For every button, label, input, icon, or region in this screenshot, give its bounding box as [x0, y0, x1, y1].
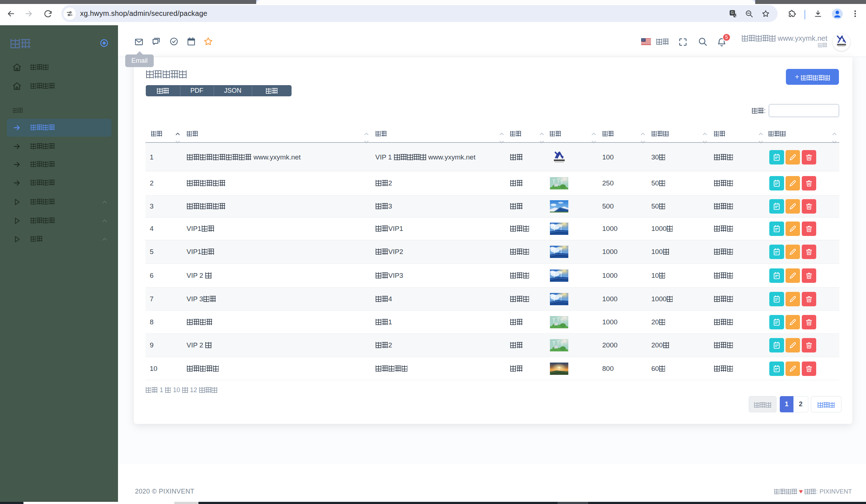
svg-text:G: G — [731, 11, 734, 15]
